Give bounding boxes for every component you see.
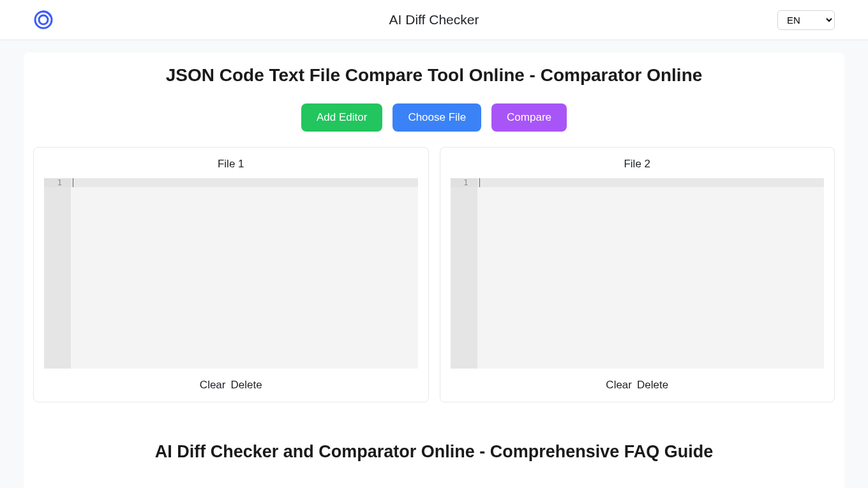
logo-icon: [33, 10, 54, 30]
line-number: 1: [44, 178, 71, 187]
line-number: 1: [451, 178, 477, 187]
clear-button[interactable]: Clear: [606, 379, 632, 392]
faq-heading: AI Diff Checker and Comparator Online - …: [24, 418, 844, 481]
code-editor-2[interactable]: 1: [451, 178, 825, 369]
main-panel: JSON Code Text File Compare Tool Online …: [24, 52, 844, 488]
editor-label: File 2: [451, 158, 825, 171]
editor-panel-2: File 2 1 Clear Delete: [440, 147, 835, 402]
text-input-area[interactable]: [71, 178, 418, 369]
editors-row: File 1 1 Clear Delete File 2 1: [24, 147, 844, 418]
cursor-icon: [73, 178, 73, 187]
page-heading: JSON Code Text File Compare Tool Online …: [24, 52, 844, 103]
logo[interactable]: [33, 10, 54, 30]
line-gutter: 1: [451, 178, 477, 369]
action-button-row: Add Editor Choose File Compare: [24, 103, 844, 147]
delete-button[interactable]: Delete: [637, 379, 668, 392]
header-bar: AI Diff Checker EN: [0, 0, 868, 40]
editor-label: File 1: [44, 158, 418, 171]
editor-actions: Clear Delete: [44, 369, 418, 392]
text-input-area[interactable]: [477, 178, 825, 369]
delete-button[interactable]: Delete: [230, 379, 262, 392]
cursor-icon: [479, 178, 480, 187]
compare-button[interactable]: Compare: [491, 103, 567, 132]
editor-actions: Clear Delete: [451, 369, 825, 392]
svg-point-1: [39, 15, 48, 24]
editor-panel-1: File 1 1 Clear Delete: [33, 147, 429, 402]
app-title: AI Diff Checker: [389, 12, 479, 27]
language-select[interactable]: EN: [777, 10, 835, 30]
add-editor-button[interactable]: Add Editor: [301, 103, 382, 132]
choose-file-button[interactable]: Choose File: [393, 103, 481, 132]
line-gutter: 1: [44, 178, 71, 369]
clear-button[interactable]: Clear: [200, 379, 226, 392]
code-editor-1[interactable]: 1: [44, 178, 418, 369]
